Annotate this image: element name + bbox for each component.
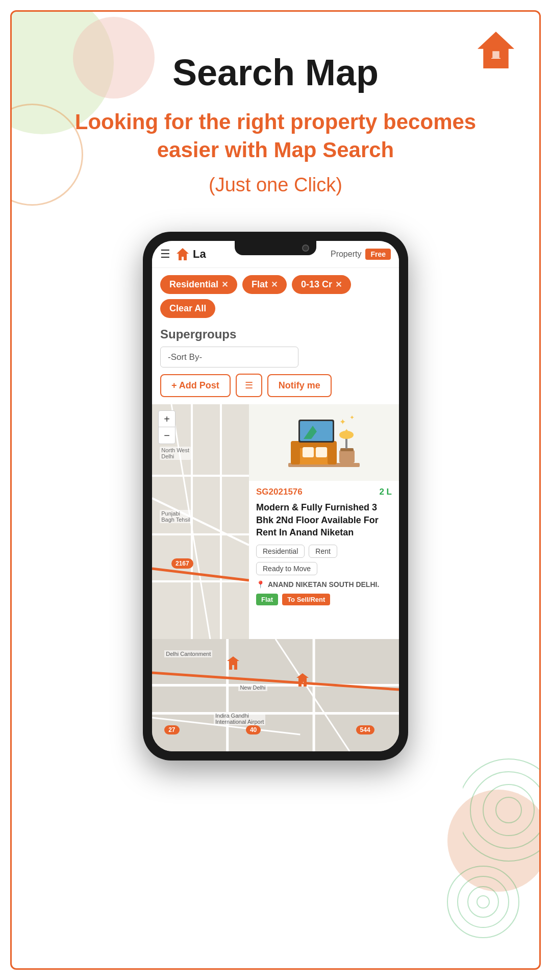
main-title: Search Map [12, 53, 539, 93]
app-bar-left: ☰ La [160, 247, 206, 261]
bmap-number-40: 40 [246, 725, 261, 734]
subtitle: Looking for the right property becomes e… [12, 108, 539, 164]
svg-line-37 [152, 673, 399, 690]
outer-border: Search Map Looking for the right propert… [10, 10, 541, 970]
chip-residential-label: Residential [169, 279, 218, 290]
listing-tag-ready: Ready to Move [256, 562, 317, 575]
tag-sell-rent: To Sell/Rent [282, 594, 330, 605]
map-panel: North WestDelhi PunjabiBagh Tehsil 2167 … [152, 404, 249, 639]
notify-me-button[interactable]: Notify me [267, 374, 332, 397]
listing-tag-residential: Residential [256, 545, 305, 558]
header-section: Search Map Looking for the right propert… [12, 12, 539, 227]
listing-bottom-tags: Flat To Sell/Rent [256, 594, 392, 605]
svg-point-1 [470, 772, 541, 848]
svg-point-6 [468, 887, 498, 917]
phone-notch [235, 241, 316, 255]
listing-location-row: 📍 ANAND NIKETAN SOUTH DELHI. [256, 580, 392, 589]
hamburger-icon[interactable]: ☰ [160, 248, 170, 261]
chip-flat[interactable]: Flat ✕ [242, 275, 287, 294]
listing-image: ✦ ✦ ✦ [249, 404, 399, 481]
bottom-map: Delhi Cantonment New Delhi Indira Gandhi… [152, 639, 399, 751]
bmap-number-27: 27 [164, 725, 179, 734]
map-label-nwdelhi: North WestDelhi [160, 447, 191, 460]
listing-tags: Residential Rent Ready to Move [256, 545, 392, 575]
svg-rect-24 [345, 437, 347, 449]
bmap-label-airport: Indira GandhiInternational Airport [214, 712, 265, 725]
listing-location: ANAND NIKETAN SOUTH DELHI. [268, 580, 379, 589]
svg-rect-18 [291, 445, 300, 464]
svg-text:✦: ✦ [349, 414, 355, 421]
sort-row: -Sort By- Price: Low to High Price: High… [152, 347, 399, 374]
free-badge: Free [365, 249, 391, 260]
furniture-illustration: ✦ ✦ ✦ [283, 409, 365, 476]
map-zoom-out-button[interactable]: − [159, 427, 175, 444]
map-zoom-controls: + − [158, 410, 176, 444]
app-logo: La [176, 247, 206, 261]
svg-rect-34 [152, 712, 399, 715]
svg-point-5 [458, 876, 509, 927]
property-label: Property [331, 250, 361, 259]
deco-spiral-right [463, 754, 541, 866]
map-label-punjabi: PunjabiBagh Tehsil [160, 510, 192, 523]
listing-title: Modern & Fully Furnished 3 Bhk 2Nd Floor… [256, 501, 392, 538]
svg-marker-41 [296, 673, 309, 687]
chip-price-label: 0-13 Cr [301, 279, 332, 290]
chip-residential-remove[interactable]: ✕ [221, 280, 228, 289]
sort-select[interactable]: -Sort By- Price: Low to High Price: High… [160, 347, 298, 368]
location-pin-icon: 📍 [256, 580, 265, 589]
chip-price-remove[interactable]: ✕ [335, 280, 342, 289]
svg-point-0 [463, 759, 541, 861]
bmap-number-544: 544 [356, 725, 374, 734]
content-area: North WestDelhi PunjabiBagh Tehsil 2167 … [152, 404, 399, 639]
app-logo-icon [176, 247, 190, 261]
svg-line-39 [276, 639, 349, 751]
bmap-label-new-delhi: New Delhi [238, 684, 267, 691]
chip-residential[interactable]: Residential ✕ [160, 275, 237, 294]
svg-marker-40 [227, 656, 239, 670]
svg-rect-20 [303, 447, 314, 457]
svg-text:✦: ✦ [339, 418, 346, 426]
phone-mockup: ☰ La Property Free [12, 232, 539, 761]
tagline: (Just one Click) [12, 174, 539, 196]
phone-camera [302, 244, 309, 252]
list-icon: ☰ [245, 380, 253, 390]
svg-point-2 [483, 785, 534, 836]
app-bar-right: Property Free [331, 249, 391, 260]
map-zoom-in-button[interactable]: + [159, 411, 175, 427]
tag-flat: Flat [256, 594, 278, 605]
svg-point-7 [477, 896, 489, 908]
deco-spiral-green-bottom [442, 861, 524, 943]
supergroups-label: Supergroups [152, 325, 399, 347]
svg-point-3 [496, 797, 521, 823]
svg-rect-19 [328, 445, 337, 464]
listing-id: SG2021576 [256, 487, 303, 497]
app-logo-text: La [193, 248, 206, 261]
action-buttons-row: + Add Post ☰ Notify me [152, 374, 399, 404]
bmap-label-delhi-cant: Delhi Cantonment [164, 650, 212, 657]
clear-all-button[interactable]: Clear All [160, 299, 215, 318]
add-post-button[interactable]: + Add Post [160, 374, 231, 397]
listing-card[interactable]: ✦ ✦ ✦ SG2021576 2 L Modern & Fully Furni… [249, 404, 399, 639]
phone-outer: ☰ La Property Free [143, 232, 408, 761]
bmap-pin-1 [226, 656, 240, 670]
listing-info: SG2021576 2 L Modern & Fully Furnished 3… [249, 481, 399, 611]
svg-text:✦: ✦ [344, 428, 348, 433]
listing-price: 2 L [379, 487, 392, 497]
svg-rect-21 [316, 447, 327, 457]
svg-rect-22 [339, 450, 355, 463]
filter-chips-row: Residential ✕ Flat ✕ 0-13 Cr ✕ Clear All [152, 268, 399, 325]
list-view-button[interactable]: ☰ [236, 374, 262, 397]
bmap-pin-2 [295, 673, 310, 687]
listing-id-row: SG2021576 2 L [256, 487, 392, 497]
chip-flat-label: Flat [252, 279, 268, 290]
listing-tag-rent: Rent [309, 545, 337, 558]
chip-price[interactable]: 0-13 Cr ✕ [292, 275, 351, 294]
phone-screen: ☰ La Property Free [152, 241, 399, 751]
map-number-2167: 2167 [171, 558, 193, 569]
chip-flat-remove[interactable]: ✕ [271, 280, 278, 289]
svg-marker-11 [177, 248, 189, 260]
